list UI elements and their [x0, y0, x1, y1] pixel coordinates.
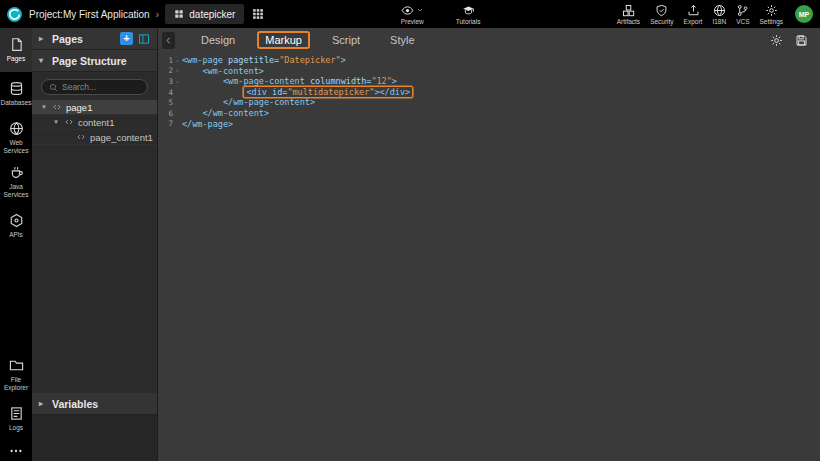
- grid-icon: [174, 9, 184, 19]
- structure-header-label: Page Structure: [52, 55, 127, 67]
- export-icon: [687, 4, 700, 17]
- line-number: 5: [158, 98, 173, 107]
- tree-node-content1[interactable]: ▾content1: [32, 115, 157, 130]
- topbar-tool-artifacts[interactable]: Artifacts: [617, 4, 640, 25]
- code-text: </wm-content>: [182, 108, 269, 119]
- preview-icon-row: [401, 4, 424, 17]
- chevron-left-icon: [164, 36, 173, 45]
- page-structure-tree: ▾page1▾content1page_content1: [32, 100, 157, 145]
- topbar-tool-export[interactable]: Export: [684, 4, 703, 25]
- logs-icon: [9, 406, 24, 421]
- left-rail: PagesDatabasesWeb ServicesJava ServicesA…: [0, 28, 32, 461]
- save-icon[interactable]: [795, 34, 808, 47]
- eye-icon: [401, 4, 414, 17]
- preview-button[interactable]: Preview: [401, 4, 424, 25]
- chevron-down-icon: [416, 6, 424, 14]
- rail-item-label: Java Services: [1, 183, 31, 199]
- tree-node-page1[interactable]: ▾page1: [32, 100, 157, 115]
- databases-icon: [9, 81, 24, 96]
- widget-icon: [76, 132, 86, 142]
- line-number: 3: [158, 77, 173, 86]
- editor-tabbar: DesignMarkupScriptStyle: [158, 28, 820, 52]
- sidebar-item-logs[interactable]: Logs: [0, 397, 32, 441]
- tree-node-page_content1[interactable]: page_content1: [32, 130, 157, 145]
- settings-icon: [765, 4, 778, 17]
- code-line-1[interactable]: 1-<wm-page pagetitle="Datepicker">: [158, 55, 820, 66]
- project-label: Project:: [29, 9, 63, 20]
- search-input[interactable]: [62, 82, 140, 92]
- topbar-tools: ArtifactsSecurityExportI18NVCSSettings: [617, 4, 783, 25]
- project-name: My First Application: [63, 9, 150, 20]
- sidebar-item-web-services[interactable]: Web Services: [0, 116, 32, 160]
- add-page-button[interactable]: +: [120, 32, 133, 45]
- variables-header-label: Variables: [52, 398, 98, 410]
- line-number: 6: [158, 109, 173, 118]
- fold-marker[interactable]: -: [173, 77, 182, 86]
- page-structure-header[interactable]: ▾ Page Structure: [32, 50, 157, 72]
- topbar-tool-vcs[interactable]: VCS: [736, 4, 749, 25]
- artifacts-icon: [622, 4, 635, 17]
- rail-item-label: Logs: [9, 424, 23, 432]
- tab-design[interactable]: Design: [193, 31, 243, 49]
- tool-label: Artifacts: [617, 18, 640, 25]
- code-line-2[interactable]: 2- <wm-content>: [158, 66, 820, 77]
- tutorials-button[interactable]: Tutorials: [456, 4, 481, 25]
- code-line-4[interactable]: 4 <div id="multidatepicker"></div>: [158, 87, 820, 98]
- collapse-sidebar-button[interactable]: [162, 32, 175, 49]
- code-line-7[interactable]: 7</wm-page>: [158, 119, 820, 130]
- dashboard-grid-icon[interactable]: [252, 8, 264, 20]
- editor-settings-icon[interactable]: [770, 34, 783, 47]
- project-breadcrumb[interactable]: Project:My First Application: [29, 9, 150, 20]
- rail-item-label: Pages: [7, 55, 25, 63]
- tutorials-icon: [462, 4, 475, 17]
- sidebar-item-apis[interactable]: APIs: [0, 204, 32, 248]
- line-number: 1: [158, 56, 173, 65]
- caret-down-icon[interactable]: ▾: [52, 118, 60, 126]
- tab-markup[interactable]: Markup: [257, 31, 310, 49]
- editor-tabs: DesignMarkupScriptStyle: [193, 31, 423, 49]
- tool-label: Settings: [760, 18, 784, 25]
- rail-item-label: Databases: [0, 99, 31, 107]
- tutorials-label: Tutorials: [456, 18, 481, 25]
- sidebar-item-databases[interactable]: Databases: [0, 72, 32, 116]
- fold-marker[interactable]: -: [173, 56, 182, 65]
- rail-top-items: PagesDatabasesWeb ServicesJava ServicesA…: [0, 28, 32, 248]
- panel-toggle-icon[interactable]: [138, 33, 150, 45]
- vcs-icon: [736, 4, 749, 17]
- tool-label: Security: [650, 18, 673, 25]
- wavemaker-logo-icon[interactable]: [6, 6, 23, 23]
- caret-down-icon: ▾: [39, 56, 47, 65]
- rail-item-label: APIs: [9, 231, 23, 239]
- fold-marker[interactable]: -: [173, 66, 182, 75]
- tool-label: VCS: [736, 18, 749, 25]
- topbar-tool-i18n[interactable]: I18N: [712, 4, 726, 25]
- structure-search[interactable]: [41, 79, 148, 95]
- caret-right-icon: ▸: [39, 399, 47, 408]
- sidebar-item-pages[interactable]: Pages: [0, 28, 32, 72]
- tab-style[interactable]: Style: [382, 31, 422, 49]
- code-line-6[interactable]: 6 </wm-content>: [158, 108, 820, 119]
- user-avatar[interactable]: MP: [795, 5, 813, 23]
- page-tab-datepicker[interactable]: datepicker: [165, 4, 244, 24]
- more-options-button[interactable]: [0, 441, 32, 461]
- apis-icon: [9, 213, 24, 228]
- sidebar-item-java-services[interactable]: Java Services: [0, 160, 32, 204]
- topbar-tool-settings[interactable]: Settings: [760, 4, 784, 25]
- rail-spacer: [0, 248, 32, 353]
- topbar-tool-security[interactable]: Security: [650, 4, 673, 25]
- rail-bottom-items: File ExplorerLogs: [0, 353, 32, 441]
- caret-down-icon[interactable]: ▾: [40, 103, 48, 111]
- code-line-5[interactable]: 5 </wm-page-content>: [158, 97, 820, 108]
- sidebar-item-file-explorer[interactable]: File Explorer: [0, 353, 32, 397]
- code-text: </wm-page-content>: [182, 97, 315, 108]
- tree-node-label: content1: [78, 117, 114, 128]
- line-number: 2: [158, 66, 173, 75]
- markup-code-editor[interactable]: 1-<wm-page pagetitle="Datepicker">2- <wm…: [158, 52, 820, 461]
- variables-panel-header[interactable]: ▸ Variables: [32, 393, 157, 415]
- pages-panel-header[interactable]: ▸ Pages +: [32, 28, 157, 50]
- i18n-icon: [713, 4, 726, 17]
- ellipsis-icon: [9, 444, 23, 458]
- tab-script[interactable]: Script: [324, 31, 368, 49]
- rail-item-label: File Explorer: [1, 376, 31, 392]
- pages-header-label: Pages: [52, 33, 83, 45]
